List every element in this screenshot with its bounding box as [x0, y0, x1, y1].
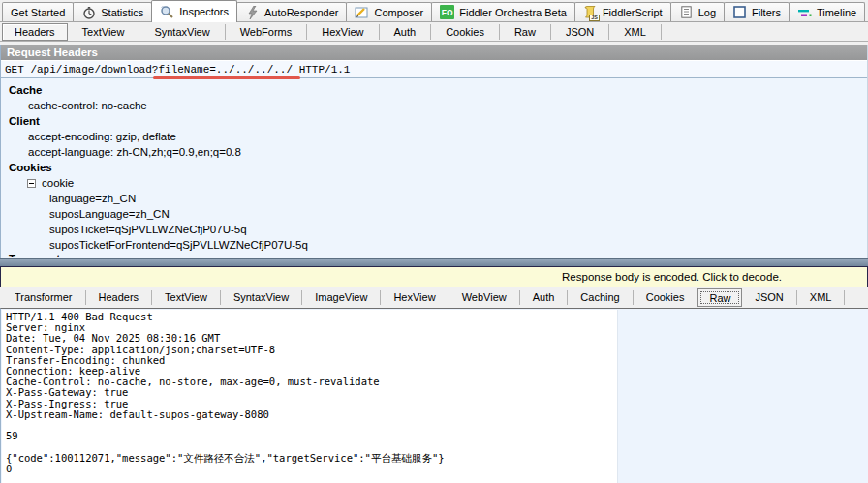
- request-headers-panel: Request Headers GET /api/image/download?…: [0, 45, 868, 258]
- resp-tab-textview[interactable]: TextView: [152, 290, 221, 305]
- tab-label: Inspectors: [179, 6, 229, 17]
- timeline-icon: [797, 5, 812, 19]
- resp-tab-json[interactable]: JSON: [742, 290, 796, 305]
- response-inspector-tab-bar: Transformer Headers TextView SyntaxView …: [0, 287, 868, 308]
- resp-tab-caching[interactable]: Caching: [568, 290, 633, 305]
- resp-tab-imageview[interactable]: ImageView: [302, 290, 381, 305]
- resp-tab-headers[interactable]: Headers: [86, 290, 153, 305]
- cookie-item[interactable]: language=zh_CN: [1, 191, 867, 206]
- req-tab-syntaxview[interactable]: SyntaxView: [140, 24, 225, 40]
- tab-log[interactable]: Log: [670, 2, 725, 21]
- request-inspector-tab-bar: Headers TextView SyntaxView WebForms Hex…: [0, 22, 868, 42]
- tab-filters[interactable]: Filters: [724, 2, 790, 21]
- lightning-icon: [245, 5, 260, 19]
- cookie-item[interactable]: suposLanguage=zh_CN: [1, 206, 867, 222]
- headers-tree: Cache cache-control: no-cache Client acc…: [1, 78, 867, 257]
- fiddler-window: Get Started Statistics Inspectors AutoRe…: [0, 0, 868, 483]
- req-tab-cookies[interactable]: Cookies: [431, 24, 500, 40]
- resp-tab-auth[interactable]: Auth: [520, 290, 569, 305]
- response-raw-textbox[interactable]: HTTP/1.1 400 Bad Request Server: nginx D…: [2, 310, 618, 483]
- tab-inspectors[interactable]: Inspectors: [151, 0, 237, 22]
- panel-title: Request Headers: [1, 45, 867, 60]
- cookie-node-label: cookie: [42, 177, 74, 189]
- header-item[interactable]: accept-encoding: gzip, deflate: [1, 129, 867, 144]
- tab-label: Fiddler Orchestra Beta: [459, 7, 567, 18]
- resp-tab-webview[interactable]: WebView: [450, 290, 520, 305]
- resp-tab-xml[interactable]: XML: [797, 290, 846, 305]
- section-transport-clipped[interactable]: Transport: [1, 253, 867, 257]
- req-tab-headers[interactable]: Headers: [2, 23, 68, 41]
- tab-label: Log: [698, 7, 716, 18]
- filter-checkbox-icon: [732, 5, 747, 19]
- clock-icon: [81, 5, 96, 19]
- req-tab-xml[interactable]: XML: [609, 24, 662, 40]
- req-tab-json[interactable]: JSON: [551, 24, 609, 40]
- tab-statistics[interactable]: Statistics: [73, 2, 152, 21]
- tab-autoresponder[interactable]: AutoResponder: [236, 2, 347, 21]
- tab-fiddler-orchestra-beta[interactable]: FO Fiddler Orchestra Beta: [431, 2, 575, 21]
- panel-splitter[interactable]: [0, 258, 868, 266]
- response-raw-panel: HTTP/1.1 400 Bad Request Server: nginx D…: [0, 308, 868, 483]
- resp-tab-raw[interactable]: Raw: [698, 288, 742, 307]
- fiddler-orchestra-icon: FO: [440, 5, 454, 19]
- tab-label: Get Started: [11, 7, 65, 18]
- req-tab-raw[interactable]: Raw: [500, 24, 551, 40]
- log-icon: [679, 5, 694, 19]
- cookie-item[interactable]: suposTicket=qSjPVLLWZNeCfjP07U-5q: [1, 222, 867, 237]
- tab-composer[interactable]: Composer: [346, 2, 432, 21]
- resp-tab-syntaxview[interactable]: SyntaxView: [221, 290, 302, 305]
- req-tab-auth[interactable]: Auth: [380, 24, 432, 40]
- magnifier-icon: [160, 5, 174, 19]
- annotation-underline: [153, 76, 300, 79]
- js-badge: JS: [589, 15, 600, 21]
- section-client[interactable]: Client: [1, 113, 867, 129]
- tab-label: Timeline: [817, 7, 856, 18]
- request-line-text: GET /api/image/download?fileName=../../.…: [5, 64, 350, 75]
- tab-get-started[interactable]: Get Started: [2, 2, 74, 21]
- script-icon: JS: [583, 5, 598, 19]
- tab-label: Statistics: [101, 7, 143, 18]
- main-tab-bar: Get Started Statistics Inspectors AutoRe…: [0, 0, 868, 22]
- compose-icon: [355, 5, 369, 19]
- header-item[interactable]: cache-control: no-cache: [1, 98, 867, 113]
- collapse-minus-icon[interactable]: [27, 179, 36, 188]
- tab-timeline[interactable]: Timeline: [789, 2, 865, 21]
- tab-label: Composer: [374, 7, 423, 18]
- decode-banner[interactable]: Response body is encoded. Click to decod…: [0, 266, 868, 287]
- req-tab-textview[interactable]: TextView: [68, 24, 140, 40]
- cookie-node[interactable]: cookie: [1, 175, 867, 191]
- req-tab-hexview[interactable]: HexView: [307, 24, 379, 40]
- decode-banner-text: Response body is encoded. Click to decod…: [562, 271, 782, 283]
- resp-tab-cookies[interactable]: Cookies: [634, 290, 698, 305]
- resp-tab-hexview[interactable]: HexView: [381, 290, 449, 305]
- request-line[interactable]: GET /api/image/download?fileName=../../.…: [1, 60, 867, 78]
- tab-label: FiddlerScript: [603, 7, 663, 18]
- resp-tab-transformer[interactable]: Transformer: [2, 290, 86, 305]
- section-cache[interactable]: Cache: [1, 82, 867, 98]
- tab-label: Filters: [752, 7, 781, 18]
- req-tab-webforms[interactable]: WebForms: [226, 24, 308, 40]
- tab-fiddlerscript[interactable]: JS FiddlerScript: [574, 2, 671, 21]
- tab-label: AutoResponder: [264, 7, 338, 18]
- header-item[interactable]: accept-language: zh-CN,zh;q=0.9,en;q=0.8: [1, 144, 867, 160]
- cookie-item[interactable]: suposTicketForFrontend=qSjPVLLWZNeCfjP07…: [1, 237, 867, 253]
- response-raw-text: HTTP/1.1 400 Bad Request Server: nginx D…: [2, 310, 617, 474]
- section-cookies[interactable]: Cookies: [1, 160, 867, 175]
